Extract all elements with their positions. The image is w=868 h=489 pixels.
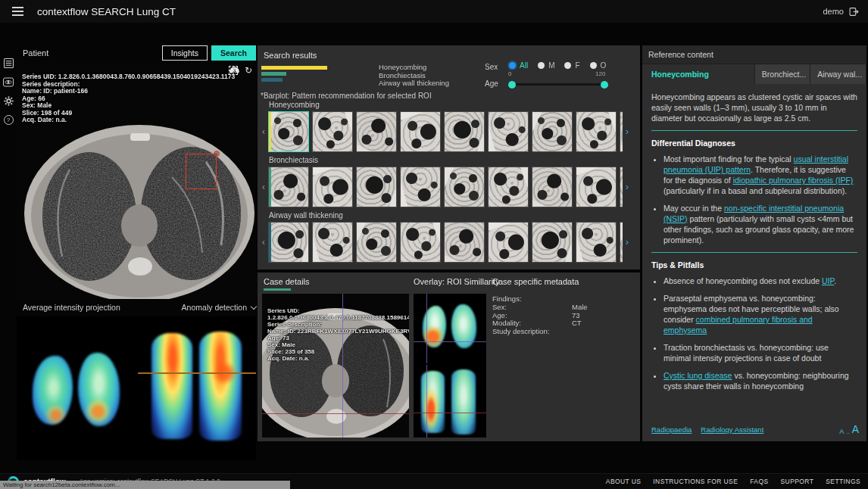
age-range-slider[interactable]	[510, 83, 607, 86]
reference-link[interactable]: Cystic lung disease	[663, 371, 732, 380]
age-slider-handle-min[interactable]	[508, 81, 516, 89]
footer-link-about-us[interactable]: ABOUT US	[606, 478, 642, 485]
result-thumbnail[interactable]	[620, 167, 623, 207]
crosshair-vertical-line	[342, 294, 343, 438]
result-thumbnail[interactable]	[444, 167, 485, 207]
result-row-label: Airway wall thickening	[269, 211, 637, 220]
reference-tab-0[interactable]: Honeycombing	[642, 64, 755, 84]
scroll-right-chevron[interactable]: ›	[623, 111, 632, 152]
anomaly-detection-dropdown[interactable]: Anomaly detection	[182, 303, 256, 312]
footer-link-instructions-for-use[interactable]: INSTRUCTIONS FOR USE	[653, 478, 738, 485]
scroll-left-chevron[interactable]: ‹	[259, 167, 268, 207]
result-thumbnail[interactable]	[620, 111, 623, 152]
section-bullet-list: Absence of honeycombing does not exclude…	[663, 276, 857, 391]
overlay-text-line: Series UID:	[267, 307, 409, 314]
tab-insights[interactable]: Insights	[162, 45, 208, 61]
roi-similarity-overlay[interactable]	[414, 294, 486, 438]
font-size-separator: ..	[846, 428, 849, 435]
overlay-text-line: 1.2.826.0.1.3680043.8.0.470.0.1187708888…	[267, 314, 409, 321]
series-list-icon[interactable]	[3, 58, 14, 69]
scroll-left-chevron[interactable]: ‹	[259, 222, 268, 263]
tab-search[interactable]: Search	[211, 45, 256, 61]
settings-gear-icon[interactable]	[3, 95, 14, 107]
reference-text: Absence of honeycombing does not exclude	[663, 276, 822, 285]
age-slider-handle-max[interactable]	[601, 81, 608, 89]
result-thumbnail[interactable]	[488, 167, 529, 207]
case-ct-viewer[interactable]: Series UID:1.2.826.0.1.3680043.8.0.470.0…	[262, 294, 409, 438]
source-link-radiopaedia[interactable]: Radiopaedia	[651, 425, 692, 434]
eye-icon[interactable]	[3, 76, 14, 88]
result-thumbnail[interactable]	[444, 222, 485, 263]
logout-icon[interactable]	[849, 7, 859, 17]
footer-link-faqs[interactable]: FAQS	[750, 478, 768, 485]
result-thumbnail[interactable]	[356, 111, 397, 152]
reference-tab-2[interactable]: Airway wal...	[810, 64, 866, 84]
scroll-left-chevron[interactable]: ‹	[259, 111, 268, 152]
result-thumbnail[interactable]	[532, 167, 573, 207]
result-thumbnail[interactable]	[356, 222, 397, 263]
age-filter-label: Age	[485, 79, 498, 88]
overlay-text-line: Series description:	[267, 321, 409, 328]
result-thumbnail[interactable]	[620, 222, 623, 263]
footer-link-support[interactable]: SUPPORT	[781, 478, 814, 485]
thumbnail-list	[268, 167, 623, 207]
roi-rectangle[interactable]	[186, 154, 217, 189]
result-thumbnail[interactable]	[488, 222, 529, 263]
result-thumbnail[interactable]	[400, 222, 441, 263]
result-thumbnail[interactable]	[444, 111, 485, 152]
sex-option-o[interactable]: O	[590, 61, 607, 70]
font-decrease-button[interactable]: A	[839, 428, 844, 435]
reference-tab-1[interactable]: Bronchiect...	[755, 64, 810, 84]
sex-option-m[interactable]: M	[538, 61, 554, 70]
font-increase-button[interactable]: A	[852, 423, 859, 435]
result-thumbnail[interactable]	[268, 222, 309, 263]
patient-panel-title: Patient	[23, 48, 48, 58]
ct-viewer[interactable]: ↻ Series UID: 1.2.826.0.1.3680043.8.760.…	[17, 64, 256, 299]
roi-resize-handle[interactable]	[214, 151, 220, 157]
result-thumbnail[interactable]	[268, 167, 309, 207]
source-link-radiology-assistant[interactable]: Radiology Assistant	[701, 425, 763, 434]
user-label: demo	[823, 7, 844, 16]
result-thumbnail[interactable]	[356, 167, 397, 207]
result-thumbnail[interactable]	[400, 111, 441, 152]
sex-filter-label: Sex	[485, 63, 498, 71]
radio-icon[interactable]	[564, 62, 571, 69]
anomaly-projection-view[interactable]	[17, 316, 256, 460]
result-row-label: Bronchiectasis	[269, 156, 637, 165]
result-thumbnail[interactable]	[312, 222, 353, 263]
reference-link[interactable]: idiopathic pulmonary fibrosis (IPF)	[733, 176, 854, 185]
result-thumbnail[interactable]	[576, 222, 617, 263]
result-thumbnail[interactable]	[488, 111, 529, 152]
reference-text: Traction bronchiectasis vs. honeycombing…	[663, 343, 829, 363]
result-thumbnail[interactable]	[576, 167, 617, 207]
radio-icon[interactable]	[509, 62, 516, 69]
overlay-text-line: Age: 73	[267, 335, 409, 341]
scroll-right-chevron[interactable]: ›	[623, 167, 632, 207]
lungs-icon[interactable]	[229, 66, 240, 74]
result-thumbnail[interactable]	[532, 222, 573, 263]
sex-filter-options: AllMFO	[509, 61, 606, 70]
result-thumbnail[interactable]	[400, 167, 441, 207]
pattern-stripe	[269, 167, 271, 207]
viewer-overlay-text: Series UID: 1.2.826.0.1.3680043.8.760.0.…	[22, 73, 235, 124]
radio-icon[interactable]	[590, 62, 597, 69]
overlay-text-line: Age: 66	[22, 95, 235, 103]
reset-view-icon[interactable]: ↻	[245, 67, 252, 74]
result-thumbnail[interactable]	[576, 111, 617, 152]
radio-icon[interactable]	[538, 62, 545, 69]
sex-option-all[interactable]: All	[509, 61, 528, 70]
result-thumbnail[interactable]	[268, 111, 309, 152]
thumbnail-list	[268, 222, 623, 263]
result-thumbnail[interactable]	[312, 111, 353, 152]
result-thumbnail[interactable]	[532, 111, 573, 152]
footer-link-settings[interactable]: SETTINGS	[826, 478, 860, 485]
reference-link[interactable]: UIP	[822, 276, 834, 285]
scroll-right-chevron[interactable]: ›	[623, 222, 632, 263]
reference-bullet: May occur in the non-specific interstiti…	[663, 203, 857, 245]
result-thumbnail[interactable]	[312, 167, 353, 207]
metadata-value: Male	[572, 304, 634, 312]
sex-option-f[interactable]: F	[564, 61, 579, 70]
sex-option-label: All	[520, 61, 528, 70]
menu-icon[interactable]	[12, 11, 23, 12]
help-icon[interactable]: ?	[3, 114, 14, 126]
